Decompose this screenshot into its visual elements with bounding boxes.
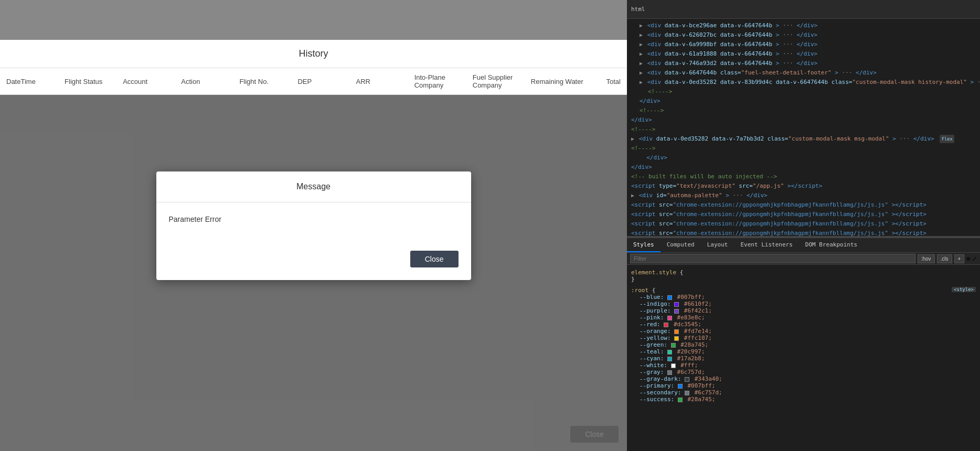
css-var-gray: --gray: #6c757d; (631, 369, 976, 375)
css-var-pink: --pink: #e83e8c; (631, 314, 976, 321)
element-line[interactable]: ▶ <div data-v-626027bc data-v-6647644b >… (627, 30, 980, 40)
devtools-top-bar: html (627, 0, 980, 19)
element-line[interactable]: <script src="chrome-extension://gppongmh… (627, 229, 980, 236)
element-line[interactable]: </div> (627, 163, 980, 172)
element-line[interactable]: <script src="chrome-extension://gppongmh… (627, 200, 980, 210)
tab-styles[interactable]: Styles (627, 238, 661, 252)
element-line[interactable]: ▶ <div data-v-bce296ae data-v-6647644b >… (627, 21, 980, 30)
element-line[interactable]: <script src="chrome-extension://gppongmh… (627, 219, 980, 229)
devtools-panel: html ▶ <div data-v-bce296ae data-v-66476… (627, 0, 980, 451)
message-dialog-footer: Close (156, 244, 471, 280)
css-var-green: --green: #28a745; (631, 341, 976, 348)
css-var-gray-dark: --gray-dark: #343a40; (631, 375, 976, 382)
message-dialog-header: Message (156, 171, 471, 202)
element-line[interactable]: <!----> (627, 106, 980, 115)
element-line[interactable]: <script type="text/javascript" src="/app… (627, 181, 980, 191)
css-var-orange: --orange: #fd7e14; (631, 328, 976, 335)
element-line[interactable]: </div> (627, 115, 980, 125)
filter-cls-btn[interactable]: .cls (937, 254, 952, 263)
styles-tabs: Styles Computed Layout Event Listeners D… (627, 238, 980, 253)
element-line[interactable]: ▶ <div data-v-6a9998bf data-v-6647644b >… (627, 40, 980, 49)
css-var-indigo: --indigo: #6610f2; (631, 300, 976, 307)
element-line[interactable]: ▶ <div data-v-746a93d2 data-v-6647644b >… (627, 59, 980, 68)
message-dialog-title: Message (169, 182, 459, 191)
filter-add-btn[interactable]: + (954, 254, 965, 263)
tab-layout[interactable]: Layout (701, 238, 734, 252)
tab-dom-breakpoints[interactable]: DOM Breakpoints (799, 238, 864, 252)
tab-computed[interactable]: Computed (661, 238, 701, 252)
main-area: eFuel ▶ Fuel Sheet ▶ Fuel Sheet List [ D… (0, 0, 627, 451)
element-line[interactable]: </div> (627, 96, 980, 106)
css-var-white: --white: #fff; (631, 362, 976, 369)
filter-hov-btn[interactable]: :hov (918, 254, 935, 263)
element-line[interactable]: <!----> (627, 125, 980, 134)
devtools-icon-expand: ⤢ (972, 255, 977, 262)
message-dialog-close-button[interactable]: Close (410, 251, 459, 267)
element-line[interactable]: <!-- built files will be auto injected -… (627, 172, 980, 181)
message-dialog-body: Parameter Error (156, 202, 471, 244)
css-var-secondary: --secondary: #6c757d; (631, 389, 976, 396)
message-dialog-overlay: Message Parameter Error Close (0, 0, 627, 451)
css-var-blue: --blue: #007bff; (631, 294, 976, 300)
styles-filter-input[interactable] (630, 254, 915, 263)
styles-panel: Styles Computed Layout Event Listeners D… (627, 238, 980, 451)
element-line[interactable]: ▶ <div data-v-0ed35282 data-v-7a7bb3d2 c… (627, 134, 980, 144)
element-line[interactable]: <!----> (627, 87, 980, 96)
tab-event-listeners[interactable]: Event Listeners (734, 238, 798, 252)
styles-content: element.style { } :root { <style> --blue… (627, 265, 980, 407)
devtools-html-label: html (631, 6, 645, 13)
element-line[interactable]: <!----> (627, 144, 980, 153)
element-style-close: } (631, 276, 976, 283)
message-dialog-text: Parameter Error (169, 215, 459, 223)
element-line[interactable]: </div> (627, 153, 980, 163)
devtools-content: ▶ <div data-v-bce296ae data-v-6647644b >… (627, 19, 980, 451)
element-line[interactable]: ▶ <div data-v-61a91888 data-v-6647644b >… (627, 49, 980, 59)
element-line[interactable]: <script src="chrome-extension://gppongmh… (627, 210, 980, 219)
element-line[interactable]: ▶ <div data-v-6647644b class="fuel-sheet… (627, 68, 980, 78)
elements-panel[interactable]: ▶ <div data-v-bce296ae data-v-6647644b >… (627, 19, 980, 236)
css-var-primary: --primary: #007bff; (631, 382, 976, 389)
css-var-purple: --purple: #6f42c1; (631, 307, 976, 314)
css-var-teal: --teal: #20c997; (631, 348, 976, 355)
element-line[interactable]: ▶ <div data-v-0ed35282 data-v-83b99d4c d… (627, 78, 980, 87)
devtools-icon-grid: ⊞ (966, 255, 970, 262)
css-var-cyan: --cyan: #17a2b8; (631, 355, 976, 362)
root-selector-line: :root { <style> (631, 287, 976, 294)
message-dialog: Message Parameter Error Close (156, 171, 471, 280)
css-var-yellow: --yellow: #ffc107; (631, 335, 976, 341)
element-style-selector: element.style { (631, 269, 976, 276)
css-var-red: --red: #dc3545; (631, 321, 976, 328)
css-var-success: --success: #28a745; (631, 396, 976, 403)
element-line[interactable]: ▶ <div id="automa-palette" > ··· </div> (627, 191, 980, 200)
styles-filter-bar: :hov .cls + ⊞ ⤢ (627, 253, 980, 265)
